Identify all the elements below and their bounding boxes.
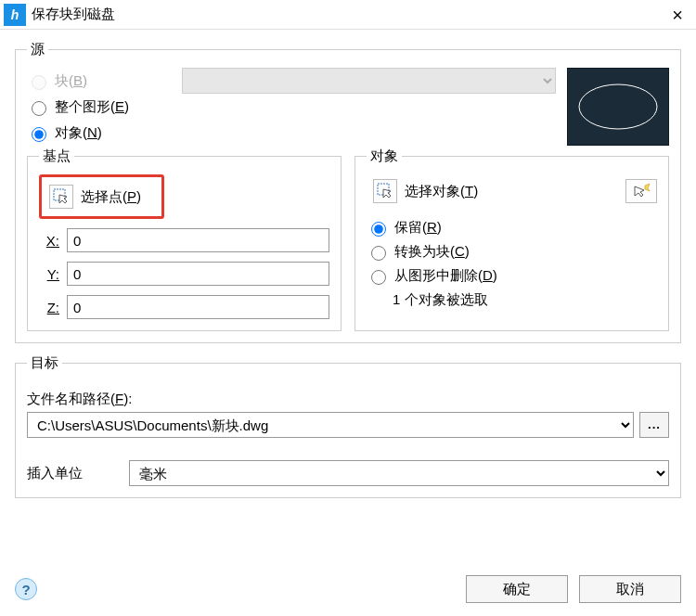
x-input[interactable]	[67, 228, 329, 252]
y-input[interactable]	[67, 262, 329, 286]
z-label: Z:	[39, 300, 59, 315]
x-label: X:	[39, 233, 59, 249]
source-group: 源 块(B) 整个图形(E) 对象(N)	[15, 41, 681, 343]
y-label: Y:	[39, 266, 59, 282]
radio-convert-label: 转换为块(C)	[394, 243, 470, 261]
block-name-select	[182, 68, 556, 94]
radio-retain[interactable]	[371, 222, 386, 237]
block-preview	[567, 68, 669, 146]
objects-status: 1 个对象被选取	[393, 291, 657, 309]
window-title: 保存块到磁盘	[32, 6, 115, 23]
base-point-legend: 基点	[39, 148, 74, 165]
z-input[interactable]	[67, 295, 329, 319]
pick-point-icon	[49, 185, 73, 209]
objects-group: 对象 选择对象(T)	[354, 148, 669, 331]
ok-button[interactable]: 确定	[466, 575, 568, 603]
close-button[interactable]: ×	[666, 6, 689, 24]
source-legend: 源	[27, 41, 48, 58]
cancel-button[interactable]: 取消	[579, 575, 681, 603]
units-select[interactable]: 毫米	[129, 460, 669, 486]
radio-objects-label: 对象(N)	[55, 124, 102, 142]
destination-legend: 目标	[27, 354, 62, 372]
path-select[interactable]: C:\Users\ASUS\Documents\新块.dwg	[27, 412, 634, 438]
radio-whole-label: 整个图形(E)	[55, 98, 129, 116]
radio-whole-drawing[interactable]	[32, 101, 46, 116]
radio-block	[32, 75, 46, 90]
title-bar: h 保存块到磁盘 ×	[0, 0, 696, 30]
svg-point-0	[579, 84, 657, 129]
radio-objects[interactable]	[32, 127, 46, 142]
browse-button[interactable]: ...	[639, 412, 669, 438]
app-icon: h	[4, 4, 26, 26]
help-button[interactable]: ?	[15, 578, 37, 600]
select-objects-icon	[373, 179, 397, 203]
select-objects-label: 选择对象(T)	[405, 183, 478, 200]
pick-point-label: 选择点(P)	[81, 188, 141, 206]
radio-delete-label: 从图形中删除(D)	[394, 267, 497, 285]
quick-select-button[interactable]	[625, 179, 657, 203]
select-objects-button[interactable]: 选择对象(T)	[367, 174, 488, 208]
units-label: 插入单位	[27, 465, 110, 482]
path-label: 文件名和路径(F):	[27, 391, 669, 408]
radio-delete[interactable]	[371, 270, 386, 285]
pick-point-button[interactable]: 选择点(P)	[39, 174, 164, 219]
base-point-group: 基点 选择点(P) X:	[27, 148, 342, 331]
objects-legend: 对象	[367, 148, 402, 165]
radio-block-label: 块(B)	[55, 72, 87, 90]
destination-group: 目标 文件名和路径(F): C:\Users\ASUS\Documents\新块…	[15, 354, 681, 498]
radio-retain-label: 保留(R)	[394, 219, 442, 237]
radio-convert[interactable]	[371, 246, 386, 261]
